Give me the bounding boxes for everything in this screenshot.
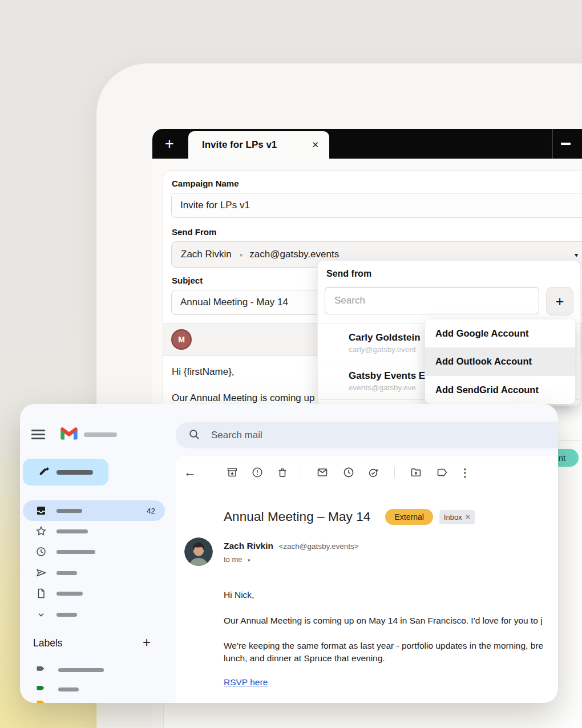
label-skeleton-bar <box>58 668 104 672</box>
label-row[interactable] <box>36 683 79 695</box>
compose-button[interactable] <box>23 459 108 486</box>
search-bar[interactable]: Search mail <box>176 422 558 448</box>
merge-tag-avatar[interactable]: M <box>171 329 192 350</box>
hamburger-menu-icon[interactable] <box>31 434 45 435</box>
rsvp-link[interactable]: RSVP here <box>224 677 268 687</box>
inbox-chip-text: Inbox <box>444 513 462 521</box>
dropdown-title: Send from <box>326 269 371 279</box>
add-account-button[interactable]: + <box>546 287 573 316</box>
email-view-card <box>176 456 558 703</box>
sender-avatar[interactable] <box>184 537 213 566</box>
search-icon <box>188 428 200 442</box>
email-subject-row: Annual Meeting – May 14 External Inbox × <box>224 509 475 525</box>
sender-email: <zach@gatsby.events> <box>278 542 358 551</box>
back-arrow-icon[interactable]: ← <box>183 466 197 479</box>
sidebar-item-more[interactable] <box>23 604 165 625</box>
to-me-label: to me <box>224 555 242 564</box>
report-spam-icon[interactable] <box>250 466 264 479</box>
sidebar-skeleton-bar <box>56 509 82 513</box>
tab-close-icon[interactable]: ✕ <box>312 140 319 150</box>
to-me-row[interactable]: to me ▾ <box>224 554 250 564</box>
tag-icon <box>36 683 46 695</box>
menu-item-add-sendgrid[interactable]: Add SendGrid Account <box>425 376 575 404</box>
compose-skeleton-bar <box>56 470 93 475</box>
tag-icon <box>36 664 46 676</box>
toolbar-divider <box>394 467 395 478</box>
label-skeleton-bar <box>58 687 79 691</box>
campaign-name-input[interactable] <box>171 193 582 218</box>
dropdown-arrow-icon[interactable]: ▾ <box>575 251 578 259</box>
clock-icon <box>35 545 47 558</box>
menu-item-add-outlook[interactable]: Add Outlook Account <box>425 347 575 375</box>
sidebar-item-snoozed[interactable] <box>23 541 165 562</box>
archive-icon[interactable] <box>225 466 239 479</box>
move-to-icon[interactable] <box>409 466 423 479</box>
email-paragraph-2: We're keeping the same format as last ye… <box>224 640 558 665</box>
snooze-icon[interactable] <box>342 466 355 479</box>
toolbar-divider <box>301 467 301 478</box>
label-icon[interactable] <box>435 466 449 479</box>
delete-icon[interactable] <box>276 466 289 479</box>
gmail-window: Search mail ← <box>20 404 558 703</box>
sidebar-skeleton-bar <box>56 529 88 533</box>
gmail-logo-icon <box>60 427 78 443</box>
email-paragraph-2-line-2: lunch, and dinner at Spruce that evening… <box>224 652 558 665</box>
more-options-icon[interactable]: ⋮ <box>458 466 472 479</box>
document-icon <box>35 587 47 600</box>
tab-bar-divider <box>552 129 553 159</box>
sidebar-skeleton-bar <box>56 613 77 617</box>
campaign-tab-bar: + Invite for LPs v1 ✕ <box>152 129 582 159</box>
send-from-label: Send From <box>172 227 582 237</box>
add-to-tasks-icon[interactable] <box>367 466 381 479</box>
sidebar-item-inbox[interactable]: 42 <box>23 500 165 521</box>
tab-title: Invite for LPs v1 <box>202 139 312 151</box>
sidebar-skeleton-bar <box>56 550 95 554</box>
remove-label-icon[interactable]: × <box>466 512 470 521</box>
add-account-menu: Add Google Account Add Outlook Account A… <box>425 319 575 404</box>
email-paragraph-1: Our Annual Meeting is coming up on May 1… <box>224 614 558 627</box>
labels-heading: Labels <box>33 637 63 649</box>
chevron-down-icon <box>35 608 47 621</box>
sender-line: Zach Rivkin <zach@gatsby.events> <box>224 541 359 551</box>
send-icon <box>35 567 47 579</box>
email-greeting: Hi Nick, <box>224 589 254 601</box>
sidebar-skeleton-bar <box>56 571 77 575</box>
tag-icon <box>36 698 46 703</box>
plus-icon: + <box>556 293 564 310</box>
chevron-down-icon: ▾ <box>248 557 250 563</box>
minimize-icon[interactable] <box>561 143 571 145</box>
send-from-email: zach@gatsby.events <box>249 249 575 260</box>
pencil-icon <box>38 466 49 479</box>
sender-name: Zach Rivkin <box>224 541 273 551</box>
star-icon <box>35 525 47 537</box>
sidebar-skeleton-bar <box>56 592 83 596</box>
label-row[interactable] <box>36 698 46 703</box>
chevron-down-icon: ▾ <box>240 252 243 259</box>
brand-skeleton-bar <box>84 432 117 437</box>
tab-invite-for-lps[interactable]: Invite for LPs v1 ✕ <box>188 131 329 159</box>
menu-item-add-google[interactable]: Add Google Account <box>425 319 575 347</box>
inbox-count: 42 <box>147 507 155 515</box>
contact-search-input[interactable] <box>325 287 539 314</box>
inbox-icon <box>35 504 47 517</box>
mark-unread-icon[interactable] <box>316 466 329 479</box>
external-badge: External <box>385 509 433 525</box>
email-subject: Annual Meeting – May 14 <box>224 509 370 524</box>
sidebar-item-starred[interactable] <box>23 521 165 541</box>
add-label-icon[interactable]: + <box>143 634 151 650</box>
search-placeholder: Search mail <box>211 430 262 441</box>
campaign-name-label: Campaign Name <box>172 179 582 188</box>
sidebar-item-drafts[interactable] <box>23 583 165 604</box>
label-row[interactable] <box>36 664 104 676</box>
sidebar-item-sent[interactable] <box>23 563 165 583</box>
email-paragraph-2-line-1: We're keeping the same format as last ye… <box>224 640 558 652</box>
new-tab-button[interactable]: + <box>159 129 180 159</box>
plus-icon: + <box>165 135 174 153</box>
marketing-composite: + Invite for LPs v1 ✕ Campaign Name Send… <box>0 0 582 728</box>
send-from-name: Zach Rivkin <box>181 249 232 260</box>
inbox-label-chip[interactable]: Inbox × <box>439 510 475 524</box>
